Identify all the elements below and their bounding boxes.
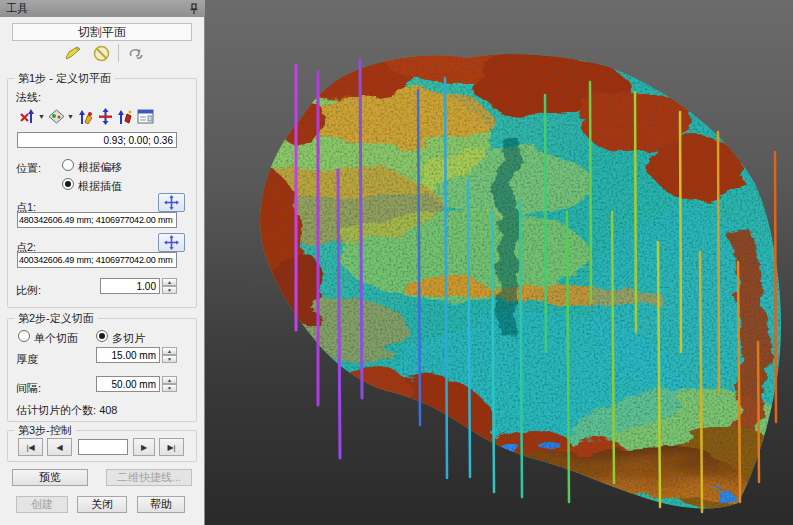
thickness-spinner: ▲ ▼: [162, 347, 177, 363]
nav-last-button[interactable]: ▶|: [159, 438, 184, 456]
point1-input[interactable]: [17, 212, 177, 228]
pointcloud-scene: [205, 0, 793, 525]
borehole-line: [360, 60, 362, 398]
radio-by-offset[interactable]: [62, 159, 74, 171]
scale-spin-up-icon[interactable]: ▲: [162, 278, 177, 286]
slice-position-input[interactable]: [78, 439, 128, 455]
borehole-line: [758, 342, 759, 482]
normal-dialog-icon[interactable]: [136, 108, 154, 125]
normal-edit-points-icon[interactable]: [76, 108, 94, 125]
snap-mode-icon[interactable]: [125, 43, 147, 63]
point1-pick-button[interactable]: [158, 193, 185, 212]
tools-dock-panel: 工具 切割平面: [0, 0, 205, 525]
position-label: 位置:: [16, 161, 41, 176]
interval-spin-up-icon[interactable]: ▲: [162, 376, 177, 384]
radio-single-section[interactable]: [18, 330, 30, 342]
radio-by-interpolation[interactable]: [62, 178, 74, 190]
normal-invert-icon[interactable]: [18, 108, 36, 125]
normal-plane-caret-icon[interactable]: ▼: [67, 113, 74, 120]
dialog-title: 切割平面: [78, 24, 126, 41]
radio-by-offset-label[interactable]: 根据偏移: [78, 160, 122, 175]
plane-toolbar: [62, 42, 162, 64]
slice-count-label: 估计切片的个数:: [16, 404, 96, 416]
thickness-spin-up-icon[interactable]: ▲: [162, 347, 177, 355]
scale-label: 比例:: [16, 283, 41, 298]
delete-plane-icon[interactable]: [90, 43, 112, 63]
nav-prev-button[interactable]: ◀: [47, 438, 72, 456]
help-button[interactable]: 帮助: [137, 496, 185, 513]
borehole-line: [718, 132, 719, 392]
borehole-line: [680, 112, 681, 352]
thickness-label: 厚度: [16, 352, 38, 367]
shortcut-2d-button[interactable]: 二维快捷线...: [106, 469, 192, 486]
viewport-3d[interactable]: [205, 0, 793, 525]
interval-label: 间隔:: [16, 381, 41, 396]
point2-input[interactable]: [17, 252, 177, 268]
panel-titlebar[interactable]: 工具: [0, 0, 205, 17]
radio-single-section-label[interactable]: 单个切面: [34, 331, 78, 346]
dialog-header: 切割平面: [12, 23, 192, 41]
normal-edit-plane-icon[interactable]: [116, 108, 134, 125]
normal-plane-icon[interactable]: [47, 108, 65, 125]
borehole-line: [775, 152, 776, 422]
preview-button[interactable]: 预览: [12, 469, 88, 486]
interval-spin-down-icon[interactable]: ▼: [162, 384, 177, 392]
scale-input[interactable]: [100, 278, 160, 294]
normal-vector-input[interactable]: [17, 132, 177, 148]
pin-icon[interactable]: [189, 3, 199, 15]
application-window: 工具 切割平面: [0, 0, 793, 525]
shortcut-2d-button-label: 二维快捷线...: [117, 470, 181, 485]
scale-spinner: ▲ ▼: [162, 278, 177, 294]
normal-axis-icon[interactable]: [96, 108, 114, 125]
normal-label: 法线:: [16, 90, 41, 105]
step2-group-label: 第2步-定义切面: [14, 311, 98, 326]
toolbar-separator: [118, 44, 119, 62]
create-button-label: 创建: [31, 497, 53, 512]
nav-next-icon: ▶: [141, 443, 147, 452]
radio-by-interpolation-label[interactable]: 根据插值: [78, 179, 122, 194]
nav-prev-icon: ◀: [56, 443, 62, 452]
preview-button-label: 预览: [39, 470, 61, 485]
radio-multi-slices-label[interactable]: 多切片: [112, 331, 145, 346]
borehole-line: [545, 95, 546, 352]
radio-multi-slices[interactable]: [96, 330, 108, 342]
slice-count-estimate: 估计切片的个数: 408: [16, 403, 117, 418]
interval-input[interactable]: [96, 376, 160, 392]
step3-group-label: 第3步-控制: [14, 423, 76, 438]
nav-last-icon: ▶|: [167, 443, 175, 452]
nav-next-button[interactable]: ▶: [133, 438, 155, 456]
close-button-label: 关闭: [91, 497, 113, 512]
panel-title: 工具: [6, 1, 189, 16]
pick-point-icon: [164, 235, 179, 250]
step1-group-label: 第1步 - 定义切平面: [14, 71, 115, 86]
thickness-input[interactable]: [96, 347, 160, 363]
borehole-line: [338, 170, 340, 458]
interval-spinner: ▲ ▼: [162, 376, 177, 392]
rock-pointcloud: [220, 40, 793, 520]
point2-pick-button[interactable]: [158, 233, 185, 252]
thickness-spin-down-icon[interactable]: ▼: [162, 355, 177, 363]
scale-spin-down-icon[interactable]: ▼: [162, 286, 177, 294]
pick-point-icon: [164, 195, 179, 210]
nav-first-icon: |◀: [26, 443, 34, 452]
nav-first-button[interactable]: |◀: [18, 438, 43, 456]
borehole-line: [635, 92, 636, 332]
create-button[interactable]: 创建: [16, 496, 68, 513]
slice-count-value: 408: [99, 404, 117, 416]
normal-invert-caret-icon[interactable]: ▼: [38, 113, 45, 120]
close-button[interactable]: 关闭: [77, 496, 127, 513]
edit-plane-icon[interactable]: [62, 43, 84, 63]
borehole-line: [590, 82, 591, 302]
normal-icon-row: ▼ ▼: [18, 108, 154, 125]
help-button-label: 帮助: [150, 497, 172, 512]
